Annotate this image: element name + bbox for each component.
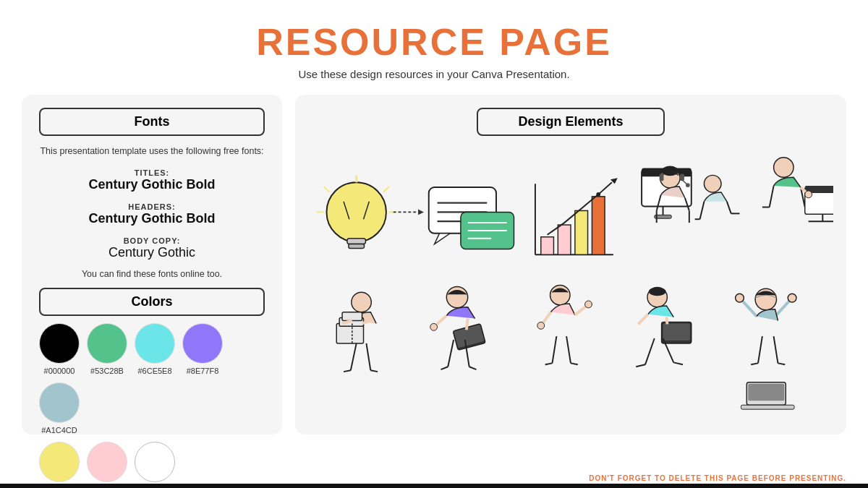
svg-line-97: [751, 363, 758, 364]
svg-line-57: [351, 343, 357, 370]
font-label-headers: HEADERS:: [39, 202, 265, 211]
bottom-bar: [0, 484, 868, 488]
color-circle: [39, 442, 80, 482]
font-name-body: Century Gothic: [39, 245, 265, 260]
color-hex-label: #53C28B: [90, 367, 124, 375]
svg-line-93: [775, 299, 791, 317]
svg-point-106: [686, 183, 690, 187]
color-item: #FFFFFF: [135, 442, 175, 488]
fonts-section-header: Fonts: [39, 108, 265, 136]
svg-line-36: [727, 202, 731, 214]
page-title: RESOURCE PAGE: [0, 20, 868, 64]
font-entry-headers: HEADERS: Century Gothic Bold: [39, 202, 265, 226]
svg-line-88: [673, 362, 683, 364]
svg-rect-101: [741, 405, 794, 409]
svg-point-94: [788, 294, 796, 302]
color-circle: [135, 442, 175, 482]
svg-rect-26: [592, 197, 605, 254]
person-gesturing: [537, 285, 592, 364]
person-celebrating: [736, 288, 796, 409]
svg-line-6: [324, 187, 330, 192]
svg-line-85: [645, 338, 655, 364]
svg-line-58: [366, 343, 370, 370]
svg-point-61: [446, 286, 467, 307]
color-hex-label: #8E77F8: [187, 367, 219, 375]
font-entry-body: BODY COPY: Century Gothic: [39, 236, 265, 260]
svg-point-66: [430, 323, 438, 330]
svg-rect-53: [342, 312, 362, 321]
lightbulb-illustration: [317, 175, 396, 248]
svg-point-50: [352, 292, 371, 312]
left-panel: Fonts This presentation template uses th…: [22, 95, 282, 435]
right-panel: Design Elements: [295, 95, 846, 435]
footer-note: DON'T FORGET TO DELETE THIS PAGE BEFORE …: [589, 474, 846, 482]
svg-line-59: [344, 370, 351, 372]
svg-line-98: [778, 363, 785, 364]
font-label-body: BODY COPY:: [39, 236, 265, 245]
color-circle: [135, 323, 175, 364]
color-hex-label: #000000: [44, 367, 75, 375]
svg-point-89: [649, 287, 666, 296]
svg-line-60: [370, 370, 378, 372]
svg-line-70: [469, 367, 477, 369]
svg-rect-1: [347, 239, 366, 244]
svg-line-79: [571, 363, 578, 364]
svg-line-84: [638, 314, 648, 325]
svg-line-96: [774, 336, 778, 363]
font-name-headers: Century Gothic Bold: [39, 211, 265, 226]
chat-bubble-illustration: [429, 187, 514, 249]
svg-point-0: [327, 182, 386, 241]
svg-line-78: [545, 363, 553, 364]
svg-line-67: [448, 340, 454, 367]
color-hex-label: #6CE5E8: [137, 367, 171, 375]
page-subtitle: Use these design resources in your Canva…: [0, 68, 868, 80]
color-circle: [87, 442, 127, 482]
svg-point-75: [537, 322, 545, 329]
svg-rect-24: [558, 225, 571, 254]
svg-rect-100: [748, 384, 784, 401]
svg-line-35: [700, 202, 705, 220]
colors-section-header: Colors: [39, 288, 265, 316]
page-header: RESOURCE PAGE Use these design resources…: [0, 0, 868, 87]
svg-line-83: [666, 317, 667, 325]
svg-marker-11: [418, 209, 424, 215]
svg-line-76: [552, 336, 556, 363]
svg-rect-2: [349, 244, 365, 249]
color-circle: [39, 382, 80, 423]
svg-point-111: [662, 166, 679, 176]
svg-rect-25: [575, 210, 588, 254]
color-item: #53C28B: [87, 323, 127, 375]
color-row-2: #F4E978#FFCCD2#FFFFFF: [39, 442, 265, 488]
svg-rect-23: [541, 237, 554, 255]
svg-point-73: [585, 301, 592, 308]
svg-line-77: [566, 336, 571, 363]
svg-rect-103: [660, 174, 664, 181]
illustrations-area: [308, 145, 833, 421]
svg-marker-13: [435, 234, 451, 244]
fonts-note: You can find these fonts online too.: [39, 269, 265, 279]
svg-line-69: [441, 367, 448, 369]
svg-point-39: [774, 158, 793, 177]
font-name-titles: Century Gothic Bold: [39, 177, 265, 192]
color-item: #8E77F8: [182, 323, 223, 375]
fonts-description: This presentation template uses the foll…: [39, 145, 265, 158]
colors-section: Colors #000000#53C28B#6CE5E8#8E77F8#A1C4…: [39, 288, 265, 488]
svg-line-7: [383, 187, 389, 192]
person-laptop-right: [762, 158, 833, 221]
color-hex-label: #A1C4CD: [41, 426, 77, 435]
color-item: #F4E978: [39, 442, 80, 488]
color-row-1: #000000#53C28B#6CE5E8#8E77F8#A1C4CD: [39, 323, 265, 435]
svg-line-91: [741, 299, 757, 317]
svg-line-95: [758, 336, 762, 363]
font-label-titles: TITLES:: [39, 168, 265, 177]
svg-line-87: [636, 364, 645, 367]
svg-line-64: [467, 319, 468, 330]
svg-line-40: [770, 186, 774, 207]
color-item: #FFCCD2: [87, 442, 127, 488]
font-entry-titles: TITLES: Century Gothic Bold: [39, 168, 265, 192]
bar-chart-illustration: [535, 178, 618, 254]
person-laptop-walk: [636, 287, 692, 367]
svg-point-71: [550, 285, 570, 304]
person-boxes: [336, 292, 378, 372]
color-circle: [182, 323, 223, 364]
